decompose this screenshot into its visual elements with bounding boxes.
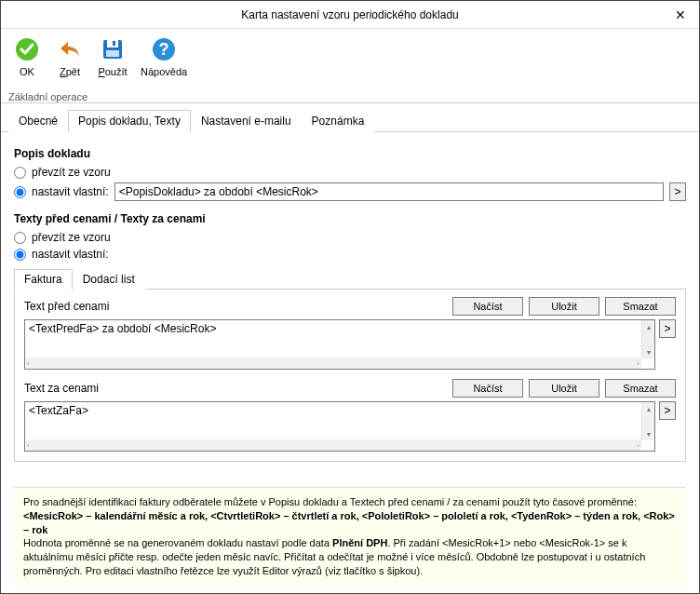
chevron-right-icon: > (664, 322, 670, 335)
help-label: Nápověda (141, 66, 187, 77)
popis-radio-template-input[interactable] (14, 167, 26, 179)
ribbon-group: OK Zpět Použít ? Nápověda Základní (8, 33, 191, 102)
content-panel: Popis dokladu převzít ze vzoru nastavit … (1, 132, 699, 593)
after-expr-button[interactable]: > (659, 401, 676, 420)
window: Karta nastavení vzoru periodického dokla… (0, 0, 700, 594)
tab-note[interactable]: Poznámka (302, 110, 375, 132)
chevron-right-icon: > (664, 404, 670, 417)
after-header: Text za cenami Načíst Uložit Smazat (24, 379, 676, 398)
svg-rect-4 (106, 50, 119, 57)
tab-popis[interactable]: Popis dokladu, Texty (68, 110, 191, 132)
help-line2: <MesicRok> – kalendářní měsíc a rok, <Ct… (23, 510, 675, 535)
texty-radio-custom-label: nastavit vlastní: (32, 248, 109, 261)
scroll-down-icon[interactable]: ▾ (642, 345, 655, 358)
popis-radio-custom[interactable]: nastavit vlastní: (14, 185, 109, 198)
before-delete-button[interactable]: Smazat (605, 297, 676, 316)
before-textarea-row: <TextPredFa> za období <MesicRok> ▴ ▾ ‹›… (24, 319, 676, 370)
scroll-right-icon[interactable]: › (637, 359, 639, 368)
texty-radio-custom-input[interactable] (14, 249, 26, 261)
help-line1: Pro snadnější identifikaci faktury odběr… (23, 496, 637, 507)
ok-label: OK (20, 66, 34, 77)
question-icon: ? (149, 34, 179, 64)
ribbon: OK Zpět Použít ? Nápověda Základní (1, 29, 699, 103)
after-delete-button[interactable]: Smazat (605, 379, 676, 398)
svg-rect-3 (113, 41, 115, 46)
before-hscroll[interactable]: ‹› (25, 358, 641, 369)
popis-input[interactable] (114, 182, 664, 201)
texty-radio-custom[interactable]: nastavit vlastní: (14, 248, 686, 261)
apply-label: Použít (98, 66, 127, 77)
scroll-up-icon[interactable]: ▴ (642, 402, 655, 415)
before-expr-button[interactable]: > (659, 319, 676, 338)
chevron-right-icon: > (674, 185, 680, 198)
close-button[interactable]: ✕ (662, 1, 699, 29)
texty-radio-template-label: převzít ze vzoru (32, 231, 111, 244)
tab-general[interactable]: Obecné (8, 110, 68, 132)
popis-title: Popis dokladu (14, 147, 686, 160)
scroll-left-icon[interactable]: ‹ (27, 359, 30, 368)
before-buttons: Načíst Uložit Smazat (452, 297, 676, 316)
after-label: Text za cenami (24, 382, 99, 395)
ribbon-group-label: Základní operace (8, 91, 88, 102)
main-tabs: Obecné Popis dokladu, Texty Nastavení e-… (1, 109, 699, 132)
text-block-container: Text před cenami Načíst Uložit Smazat <T… (14, 290, 686, 462)
after-block: Text za cenami Načíst Uložit Smazat <Tex… (24, 379, 676, 452)
popis-expr-button[interactable]: > (669, 182, 686, 201)
after-textarea-wrap: <TextZaFa> ▴ ▾ ‹› (24, 401, 655, 452)
sub-tabs: Faktura Dodací list (14, 268, 686, 290)
sub-tab-faktura[interactable]: Faktura (14, 269, 73, 290)
after-vscroll[interactable]: ▴ ▾ (641, 402, 654, 440)
popis-radio-custom-label: nastavit vlastní: (32, 185, 109, 198)
close-icon: ✕ (675, 7, 686, 22)
before-load-button[interactable]: Načíst (452, 297, 523, 316)
before-label: Text před cenami (24, 300, 109, 313)
after-save-button[interactable]: Uložit (529, 379, 599, 398)
after-textarea-row: <TextZaFa> ▴ ▾ ‹› > (24, 401, 676, 452)
tab-email[interactable]: Nastavení e-mailu (191, 110, 302, 132)
help-line3b: Plnění DPH (332, 537, 387, 548)
before-block: Text před cenami Načíst Uložit Smazat <T… (24, 297, 676, 370)
help-panel: Pro snadnější identifikaci faktury odběr… (14, 487, 686, 586)
help-line3a: Hodnota proměnné se na generovaném dokla… (23, 537, 332, 548)
texty-title: Texty před cenami / Texty za cenami (14, 212, 686, 225)
after-buttons: Načíst Uložit Smazat (452, 379, 676, 398)
popis-radio-custom-row: nastavit vlastní: > (14, 182, 686, 201)
ok-button[interactable]: OK (8, 33, 46, 86)
after-hscroll[interactable]: ‹› (25, 439, 641, 451)
svg-text:?: ? (159, 40, 169, 59)
popis-radio-custom-input[interactable] (14, 186, 26, 198)
texty-radio-template-input[interactable] (14, 232, 26, 244)
before-textarea-wrap: <TextPredFa> za období <MesicRok> ▴ ▾ ‹› (24, 319, 655, 370)
window-title: Karta nastavení vzoru periodického dokla… (241, 8, 458, 21)
help-button[interactable]: ? Nápověda (137, 33, 191, 86)
popis-radio-template[interactable]: převzít ze vzoru (14, 166, 686, 179)
after-load-button[interactable]: Načíst (452, 379, 523, 398)
back-button[interactable]: Zpět (51, 33, 88, 86)
check-icon (12, 34, 42, 64)
disk-icon (98, 34, 128, 64)
texty-radio-template[interactable]: převzít ze vzoru (14, 231, 686, 244)
before-header: Text před cenami Načíst Uložit Smazat (24, 297, 676, 316)
before-save-button[interactable]: Uložit (529, 297, 599, 316)
before-vscroll[interactable]: ▴ ▾ (641, 320, 654, 358)
sub-tab-dodaci[interactable]: Dodací list (73, 269, 145, 290)
apply-button[interactable]: Použít (94, 33, 131, 86)
back-label: Zpět (60, 66, 80, 77)
scroll-right-icon[interactable]: › (637, 441, 639, 450)
popis-radio-template-label: převzít ze vzoru (32, 166, 111, 179)
scroll-up-icon[interactable]: ▴ (642, 320, 655, 333)
titlebar: Karta nastavení vzoru periodického dokla… (1, 1, 699, 29)
scroll-left-icon[interactable]: ‹ (27, 441, 30, 450)
scroll-down-icon[interactable]: ▾ (642, 427, 655, 440)
undo-icon (55, 34, 85, 64)
